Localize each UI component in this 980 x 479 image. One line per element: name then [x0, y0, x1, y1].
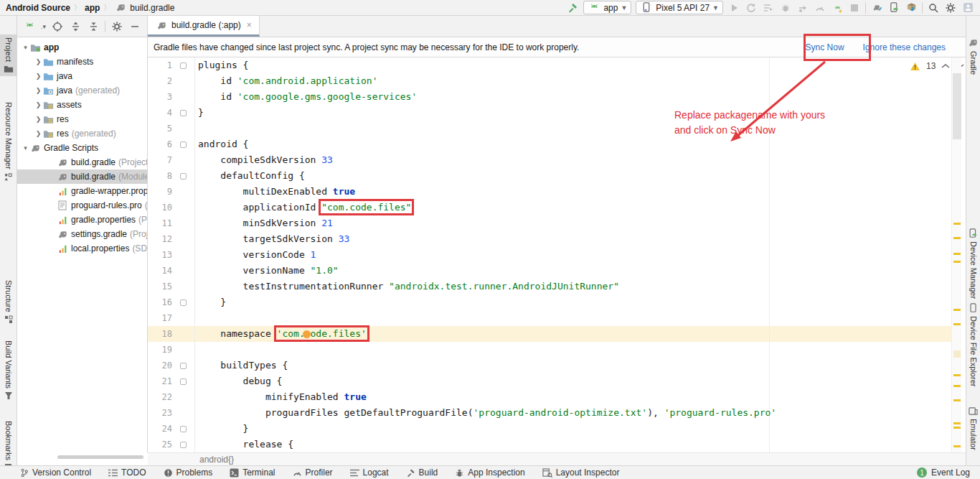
view-dropdown-caret-icon[interactable]: .▾: [41, 23, 46, 30]
tool-strip-gradle[interactable]: Gradle: [966, 34, 980, 78]
run-tests-button[interactable]: [831, 1, 844, 14]
tool-strip-device-file-explorer[interactable]: Device File Explorer: [966, 300, 980, 389]
fold-marker-icon[interactable]: [172, 168, 195, 184]
tree-item-res[interactable]: ❯res: [17, 112, 147, 126]
tool-strip-structure[interactable]: Structure: [0, 277, 17, 327]
statusbar-logcat[interactable]: Logcat: [350, 468, 389, 478]
tool-strip-emulator[interactable]: Emulator: [966, 404, 980, 453]
code-line-19[interactable]: 19: [148, 342, 951, 358]
close-icon[interactable]: ×: [247, 20, 252, 30]
profile-button[interactable]: [814, 1, 826, 14]
breadcrumb-file[interactable]: build.gradle: [130, 3, 174, 13]
statusbar-build[interactable]: Build: [406, 468, 438, 478]
chevron-right-icon[interactable]: ❯: [34, 87, 42, 94]
code-line-4[interactable]: 4}: [148, 105, 951, 121]
code-line-2[interactable]: 2 id 'com.android.application': [148, 73, 951, 89]
run-configuration-dropdown[interactable]: app ▼: [583, 1, 631, 14]
statusbar-todo[interactable]: TODO: [108, 468, 146, 478]
code-line-25[interactable]: 25 release {: [148, 437, 951, 452]
sdk-manager-button[interactable]: [905, 1, 918, 14]
code-line-22[interactable]: 22 minifyEnabled true: [148, 389, 951, 405]
tool-strip-resource-manager[interactable]: Resource Manager: [0, 99, 17, 185]
apply-code-changes-button[interactable]: [762, 1, 775, 14]
chevron-down-icon[interactable]: ▾: [22, 144, 29, 152]
statusbar-profiler[interactable]: Profiler: [293, 468, 333, 478]
chevron-right-icon[interactable]: ❯: [34, 101, 42, 108]
code-line-24[interactable]: 24 }: [148, 421, 951, 437]
apply-changes-button[interactable]: [745, 1, 758, 14]
tree-item-assets[interactable]: ❯assets: [17, 98, 147, 112]
device-manager-button[interactable]: [887, 1, 900, 14]
code-line-15[interactable]: 15 testInstrumentationRunner "androidx.t…: [148, 279, 951, 294]
code-line-17[interactable]: 17: [148, 310, 951, 326]
scrollbar-thumb[interactable]: [953, 73, 961, 139]
code-line-11[interactable]: 11 minSdkVersion 21: [148, 215, 951, 231]
tree-item-build-gradle[interactable]: build.gradle(Project: N: [17, 155, 147, 169]
tree-item-settings-gradle[interactable]: settings.gradle(Projec: [17, 227, 147, 241]
tree-item-local-properties[interactable]: local.properties(SDK L: [17, 241, 147, 256]
locate-file-icon[interactable]: [51, 20, 64, 33]
avatar[interactable]: [961, 1, 974, 14]
tree-item-java[interactable]: ❯java(generated): [17, 83, 147, 98]
collapse-all-icon[interactable]: [87, 20, 100, 33]
statusbar-app-inspection[interactable]: App Inspection: [455, 468, 524, 478]
chevron-right-icon[interactable]: ❯: [34, 116, 42, 123]
breadcrumb-project[interactable]: Android Source: [6, 3, 70, 13]
android-view-icon[interactable]: [23, 20, 36, 33]
code-line-10[interactable]: 10 applicationId "com.code.files": [148, 200, 951, 215]
code-line-5[interactable]: 5: [148, 121, 951, 136]
tree-item-gradle-wrapper-prope[interactable]: gradle-wrapper.prope: [17, 184, 147, 198]
chevron-right-icon[interactable]: ❯: [34, 58, 42, 65]
code-line-20[interactable]: 20 buildTypes {: [148, 358, 951, 373]
fold-marker-icon[interactable]: [172, 373, 195, 389]
editor-scrollbar[interactable]: [951, 57, 961, 452]
tree-item-gradle-scripts[interactable]: ▾Gradle Scripts: [17, 141, 147, 155]
chevron-right-icon[interactable]: ❯: [34, 130, 42, 137]
search-everywhere-icon[interactable]: [927, 1, 940, 14]
expand-all-icon[interactable]: [69, 20, 82, 33]
statusbar-layout-inspector[interactable]: Layout Inspector: [542, 468, 620, 478]
code-editor[interactable]: 1plugins {2 id 'com.android.application'…: [148, 57, 951, 452]
tree-item-manifests[interactable]: ❯manifests: [17, 55, 147, 69]
tree-item-build-gradle[interactable]: build.gradle(Module:: [17, 169, 147, 184]
fold-marker-icon[interactable]: [172, 136, 195, 152]
code-line-18[interactable]: 18 namespace 'com.code.files': [148, 326, 951, 342]
hide-panel-icon[interactable]: [128, 20, 141, 33]
tree-item-res[interactable]: ❯res(generated): [17, 126, 147, 141]
prev-warning-icon[interactable]: [941, 63, 950, 69]
device-dropdown[interactable]: Pixel 5 API 27 ▼: [636, 1, 723, 14]
ignore-changes-link[interactable]: Ignore these changes: [863, 42, 946, 52]
tree-item-gradle-properties[interactable]: gradle.properties(Proj: [17, 213, 147, 227]
tool-strip-device-manager[interactable]: Device Manager: [966, 225, 980, 302]
code-line-16[interactable]: 16 }: [148, 294, 951, 310]
fold-marker-icon[interactable]: [172, 421, 195, 437]
attach-debugger-button[interactable]: [796, 1, 809, 14]
code-line-9[interactable]: 9 multiDexEnabled true: [148, 184, 951, 200]
statusbar-version-control[interactable]: Version Control: [20, 468, 91, 478]
tab-build-gradle[interactable]: build.gradle (:app) ×: [148, 16, 260, 37]
tree-item-app[interactable]: ▾app: [17, 40, 147, 55]
statusbar-problems[interactable]: Problems: [164, 468, 213, 478]
fold-marker-icon[interactable]: [172, 57, 195, 73]
statusbar-terminal[interactable]: Terminal: [230, 468, 275, 478]
event-log-button[interactable]: 1 Event Log: [917, 468, 980, 478]
code-line-12[interactable]: 12 targetSdkVersion 33: [148, 231, 951, 247]
code-line-6[interactable]: 6android {: [148, 136, 951, 152]
code-line-14[interactable]: 14 versionName "1.0": [148, 263, 951, 279]
chevron-down-icon[interactable]: ▾: [22, 44, 29, 51]
tree-item-java[interactable]: ❯java: [17, 69, 147, 83]
tool-strip-project[interactable]: Project: [0, 34, 17, 76]
project-panel-hscrollbar[interactable]: [57, 455, 143, 459]
chevron-right-icon[interactable]: ❯: [34, 73, 42, 80]
code-line-13[interactable]: 13 versionCode 1: [148, 247, 951, 263]
breadcrumb-app[interactable]: app: [85, 3, 100, 13]
fold-marker-icon[interactable]: [172, 294, 195, 310]
tool-strip-build-variants[interactable]: Build Variants: [0, 338, 17, 403]
code-line-21[interactable]: 21 debug {: [148, 373, 951, 389]
editor-breadcrumb[interactable]: android{}: [148, 452, 966, 465]
code-line-8[interactable]: 8 defaultConfig {: [148, 168, 951, 184]
debug-button[interactable]: [779, 1, 792, 14]
run-button[interactable]: [727, 1, 740, 14]
fold-marker-icon[interactable]: [172, 358, 195, 373]
code-line-23[interactable]: 23 proguardFiles getDefaultProguardFile(…: [148, 405, 951, 421]
